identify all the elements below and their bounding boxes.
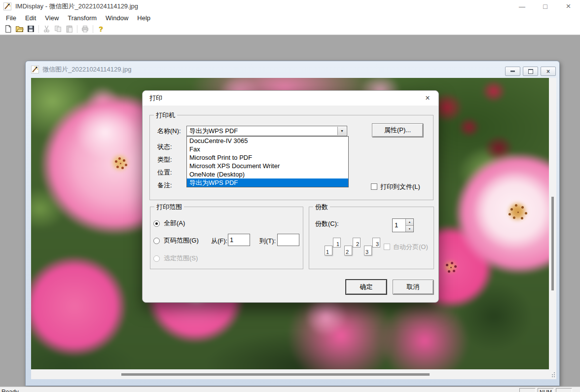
page-icon: 3 [372, 238, 380, 248]
copies-label: 份数(C): [315, 220, 339, 227]
status-text: Ready [1, 389, 19, 392]
checkbox-box[interactable] [371, 183, 377, 190]
all-pages-radio[interactable]: 全部(A) [153, 220, 185, 227]
maximize-button[interactable]: □ [534, 0, 557, 13]
spin-down-button[interactable]: ▼ [406, 226, 413, 232]
new-document-icon [4, 25, 12, 33]
chevron-down-icon: ▼ [340, 126, 344, 136]
print-dialog-titlebar[interactable]: 打印 × [143, 91, 438, 106]
print-icon [81, 25, 89, 33]
image-window-close-button[interactable]: × [541, 67, 556, 76]
spin-up-icon: ▲ [408, 220, 411, 223]
printer-option[interactable]: OneNote (Desktop) [187, 170, 348, 178]
maximize-icon: □ [543, 3, 547, 10]
toolbar-separator [93, 25, 93, 33]
printer-group-legend: 打印机 [154, 111, 177, 119]
collate-pair: 2 2 [344, 238, 361, 255]
radio-button[interactable] [153, 238, 160, 244]
properties-button[interactable]: 属性(P)... [372, 123, 423, 137]
dialog-close-icon: × [425, 94, 430, 103]
page-icon: 1 [325, 246, 332, 255]
printer-type-label: 类型: [157, 156, 172, 163]
printer-status-label: 状态: [157, 143, 172, 150]
copies-spinner[interactable]: 1 ▲ ▼ [392, 218, 414, 232]
selection-radio: 选定范围(S) [153, 255, 198, 262]
vertical-scrollbar[interactable] [549, 78, 556, 369]
close-icon: × [566, 1, 571, 11]
image-window-icon [31, 66, 39, 73]
printer-option[interactable]: DocuCentre-IV 3065 [187, 137, 348, 145]
cancel-button[interactable]: 取消 [393, 280, 434, 294]
menu-file[interactable]: File [1, 13, 21, 23]
printer-option[interactable]: Fax [187, 145, 348, 153]
paste-button [64, 24, 75, 34]
to-page-input[interactable] [277, 234, 299, 246]
toolbar-separator [38, 25, 39, 33]
spin-down-icon: ▼ [408, 227, 411, 230]
collate-pair: 3 3 [364, 238, 380, 255]
page-icon: 1 [333, 238, 341, 248]
printer-combobox[interactable]: 导出为WPS PDF ▼ [186, 126, 347, 136]
printer-option[interactable]: Microsoft XPS Document Writer [187, 162, 348, 170]
printer-name-label: 名称(N): [157, 127, 181, 135]
image-window-controls: × [505, 67, 556, 76]
flower-stamen [517, 212, 519, 213]
help-button[interactable]: ? [95, 24, 107, 34]
image-window-title: 微信图片_20221024114129.jpg [42, 65, 131, 74]
window-title: IMDisplay - 微信图片_20221024114129.jpg [15, 2, 138, 11]
menu-transform[interactable]: Transform [63, 13, 101, 23]
to-label: 到(T): [259, 237, 276, 245]
copy-icon [54, 25, 62, 33]
menu-window[interactable]: Window [101, 13, 133, 23]
spin-up-button[interactable]: ▲ [406, 219, 413, 226]
menu-help[interactable]: Help [133, 13, 155, 23]
child-restore-icon [528, 69, 533, 74]
printer-option[interactable]: Microsoft Print to PDF [187, 153, 348, 162]
save-icon [27, 25, 35, 33]
horizontal-scrollbar-thumb[interactable] [121, 373, 430, 376]
printer-location-label: 位置: [157, 169, 172, 176]
open-button[interactable] [14, 24, 25, 34]
print-range-legend: 打印范围 [154, 203, 184, 211]
from-page-input[interactable] [228, 234, 250, 246]
copies-legend: 份数 [313, 203, 330, 211]
status-cell-empty [519, 388, 536, 392]
cut-icon [42, 25, 51, 33]
page-range-radio[interactable]: 页码范围(G) [153, 237, 199, 244]
resize-grip[interactable] [554, 372, 555, 373]
printer-option-selected[interactable]: 导出为WPS PDF [187, 178, 348, 187]
new-document-button[interactable] [2, 24, 14, 34]
status-bar: Ready NUM [0, 387, 580, 392]
print-to-file-checkbox[interactable]: 打印到文件(L) [371, 183, 420, 190]
print-button [79, 24, 91, 34]
window-controls: — □ × [510, 0, 580, 13]
menu-edit[interactable]: Edit [21, 13, 40, 23]
save-button[interactable] [25, 24, 36, 34]
vertical-scrollbar-thumb[interactable] [551, 197, 554, 290]
collate-pair: 1 1 [325, 238, 341, 255]
print-dialog-title: 打印 [149, 94, 162, 103]
image-window-minimize-button[interactable] [505, 67, 520, 76]
combobox-dropdown-button[interactable]: ▼ [337, 127, 346, 135]
radio-button[interactable] [153, 220, 160, 227]
printer-dropdown-list: DocuCentre-IV 3065 Fax Microsoft Print t… [186, 136, 349, 187]
image-window-titlebar[interactable]: 微信图片_20221024114129.jpg × [26, 61, 559, 77]
close-button[interactable]: × [557, 0, 580, 13]
print-dialog-close-button[interactable]: × [417, 91, 438, 106]
minimize-icon: — [519, 3, 525, 10]
horizontal-scrollbar[interactable] [31, 369, 556, 379]
minimize-button[interactable]: — [510, 0, 534, 13]
help-icon: ? [99, 25, 103, 33]
status-cells: NUM [519, 388, 572, 392]
imdisplay-window: IMDisplay - 微信图片_20221024114129.jpg — □ … [0, 0, 580, 392]
ok-button[interactable]: 确定 [346, 280, 387, 294]
collate-checkbox: 自动分页(O) [384, 244, 428, 250]
toolbar: ? [0, 23, 580, 35]
toolbar-separator [77, 25, 77, 33]
open-folder-icon [15, 25, 24, 33]
flower-stamen [120, 163, 121, 164]
menu-view[interactable]: View [40, 13, 63, 23]
app-icon [3, 2, 11, 10]
image-window-restore-button[interactable] [523, 67, 538, 76]
status-cell-empty [556, 388, 572, 392]
